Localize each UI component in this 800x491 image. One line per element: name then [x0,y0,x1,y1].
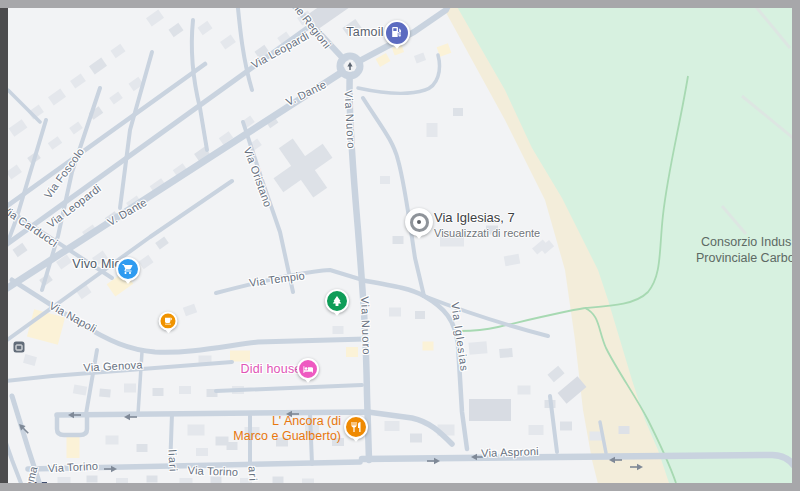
street-label-via-nuoro-2: Via Nuoro [359,296,373,356]
supermarket-marker[interactable] [116,257,140,281]
gas-pump-icon [390,26,403,39]
selected-place-label[interactable]: Via Iglesias, 7 Visualizzati di recente [434,210,540,239]
window-border-top [0,0,800,8]
street-label-via-torino-2: Via Torino [188,464,239,478]
area-label-consorzio-line2: Provinciale Carbo [696,250,792,266]
coffee-cup-icon [164,317,173,326]
maps-screenshot: le Regioni Via Leopardi V. Dante Via Nuo… [0,0,800,491]
area-label-consorzio-line1: Consorzio Indus [701,234,792,250]
street-label-via-cagliari-partial: liari [166,449,179,473]
area-label-consorzio[interactable]: Consorzio Indus Provinciale Carbo [701,234,792,266]
poi-label-vivo-mio[interactable]: Vivo Mio [72,257,121,271]
map-canvas[interactable]: le Regioni Via Leopardi V. Dante Via Nuo… [8,8,792,483]
window-border-left [0,8,8,483]
fork-knife-icon [350,421,362,433]
gas-station-marker[interactable] [384,20,410,46]
poi-label-ancora-line2: Marco e Gualberto) [233,429,341,444]
park-marker[interactable] [325,289,349,313]
window-border-bottom [0,483,800,491]
tree-icon [331,295,343,307]
shopping-cart-icon [122,263,134,275]
bed-icon [303,364,314,375]
window-border-right [792,8,800,483]
restaurant-marker[interactable] [344,415,368,439]
selected-place-title: Via Iglesias, 7 [434,210,540,225]
recent-place-marker[interactable] [405,208,433,236]
cafe-marker[interactable] [159,312,178,331]
small-poi-icon[interactable] [14,342,25,353]
recent-marker-dot-icon [417,220,422,225]
street-label-via-cagliari-partial-2: ari [247,466,260,482]
poi-label-ancora[interactable]: L' Ancora (di Marco e Gualberto) [233,414,341,444]
poi-label-ancora-line1: L' Ancora (di [233,414,341,429]
map-base-layer [8,8,792,483]
street-label-via-asproni: Via Asproni [481,445,539,459]
lodging-marker[interactable] [297,358,319,380]
recent-marker-ring-icon [410,213,429,232]
poi-label-tamoil[interactable]: Tamoil [346,25,383,39]
selected-place-subtitle: Visualizzati di recente [434,227,540,239]
poi-label-didi-house[interactable]: Didi house [240,362,301,376]
